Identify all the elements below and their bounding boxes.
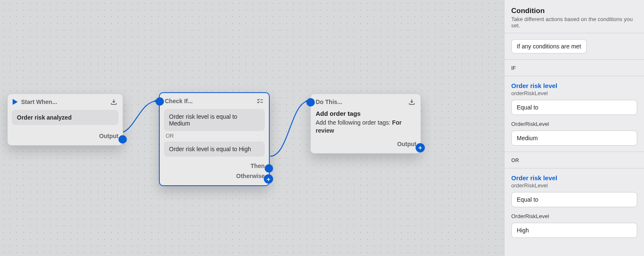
connector-label: IF (511, 65, 516, 71)
otherwise-add-button[interactable]: + (264, 174, 273, 184)
value-input[interactable] (511, 223, 637, 238)
connector-label: OR (511, 157, 519, 163)
action-input-port[interactable] (306, 98, 315, 107)
start-output-port[interactable] (118, 135, 127, 144)
import-icon[interactable] (110, 98, 118, 106)
panel-title: Condition (511, 7, 637, 15)
variable-sub: orderRiskLevel (511, 90, 637, 96)
action-node[interactable]: Do This... Add order tags Add the follow… (310, 93, 421, 154)
start-node-title: Start When... (21, 99, 107, 105)
action-desc: Add the following order tags: For review (316, 119, 416, 135)
condition-node[interactable]: Check If... Order risk level is equal to… (159, 92, 270, 186)
start-node[interactable]: Start When... Order risk analyzed Output (7, 93, 123, 146)
import-icon[interactable] (408, 98, 416, 106)
action-desc-prefix: Add the following order tags: (316, 119, 392, 126)
trigger-pill[interactable]: Order risk analyzed (12, 110, 118, 125)
output-label: Output (397, 141, 416, 147)
action-node-title: Do This... (316, 99, 405, 105)
value-field-label: OrderRiskLevel (511, 213, 637, 219)
action-add-button[interactable]: + (416, 143, 425, 152)
panel-subtitle: Take different actions based on the cond… (511, 16, 637, 29)
variable-link[interactable]: Order risk level (511, 82, 637, 89)
condition-or-text: OR (160, 133, 269, 141)
value-input[interactable] (511, 131, 637, 146)
condition-panel: Condition Take different actions based o… (504, 0, 644, 256)
output-label: Output (99, 133, 118, 139)
condition-group-2: Order risk level orderRiskLevel OrderRis… (504, 168, 644, 244)
value-field-label: OrderRiskLevel (511, 121, 637, 127)
mode-section: If any conditions are met (504, 33, 644, 60)
condition-2-pill[interactable]: Order risk level is equal to High (164, 141, 265, 157)
action-title: Add order tags (316, 110, 416, 117)
operator-input[interactable] (511, 192, 637, 207)
condition-1-pill[interactable]: Order risk level is equal to Medium (164, 109, 265, 131)
connector-or: OR (504, 152, 644, 168)
variable-link[interactable]: Order risk level (511, 174, 637, 181)
connector-if: IF (504, 60, 644, 76)
condition-node-title: Check If... (165, 98, 253, 104)
condition-group-1: Order risk level orderRiskLevel OrderRis… (504, 76, 644, 152)
play-icon (13, 99, 18, 105)
then-label: Then (251, 163, 265, 169)
checklist-icon[interactable] (256, 97, 264, 105)
otherwise-label: Otherwise (236, 173, 265, 179)
operator-input[interactable] (511, 100, 637, 115)
mode-tag[interactable]: If any conditions are met (511, 39, 587, 53)
condition-input-port[interactable] (156, 97, 164, 106)
panel-header: Condition Take different actions based o… (504, 0, 644, 33)
variable-sub: orderRiskLevel (511, 182, 637, 189)
